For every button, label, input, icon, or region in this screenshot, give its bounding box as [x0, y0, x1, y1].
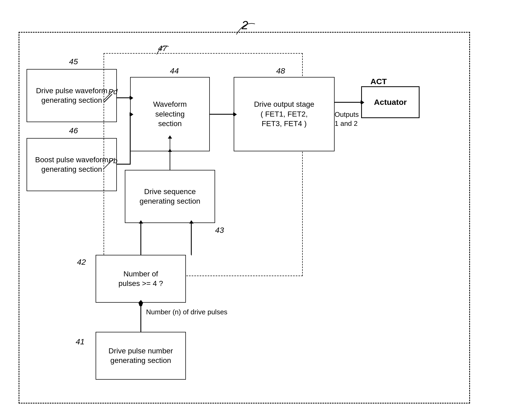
- actuator-label: Actuator: [374, 98, 407, 107]
- pb-slash: [100, 157, 116, 171]
- arrow-boost-v1: [130, 114, 131, 165]
- ref47-curve: [141, 41, 173, 57]
- number-of-pulses-box: Number of pulses >= 4 ?: [96, 255, 186, 303]
- ref-46: 46: [69, 126, 78, 135]
- arrow-drive-pulse-to-waveform: [117, 98, 131, 98]
- arrow-pulses-to-seq-right: [191, 223, 192, 255]
- arrow-boost-to-waveform: [130, 114, 131, 115]
- junction-dot: [139, 303, 142, 306]
- drive-sequence-box: Drive sequence generating section: [125, 170, 215, 223]
- arrow-pulses-to-seq-left: [141, 223, 141, 255]
- outputs-label: Outputs 1 and 2: [335, 110, 359, 128]
- drive-output-label: Drive output stage ( FET1, FET2, FET3, F…: [254, 100, 314, 128]
- drive-pulse-number-label: Drive pulse number generating section: [109, 346, 173, 366]
- ref-43: 43: [215, 226, 224, 235]
- diagram: 2 Drive pulse waveform generating sectio…: [11, 16, 510, 409]
- pd-slash: [100, 89, 116, 102]
- arrow-seq-to-waveform: [170, 138, 170, 170]
- arrow-output-to-actuator: [335, 102, 362, 103]
- svg-line-1: [103, 159, 114, 169]
- number-n-label: Number (n) of drive pulses: [146, 308, 227, 316]
- ref-44: 44: [170, 66, 179, 75]
- ref-42: 42: [77, 258, 86, 267]
- arrow-dpn-to-pulses: [141, 303, 141, 332]
- drive-pulse-number-box: Drive pulse number generating section: [96, 332, 186, 380]
- boost-pulse-waveform-label: Boost pulse waveform generating section: [35, 155, 108, 174]
- ref-45: 45: [69, 57, 78, 66]
- waveform-selecting-label: Waveform selecting section: [153, 100, 187, 128]
- svg-line-0: [103, 90, 114, 101]
- drive-pulse-waveform-label: Drive pulse waveform generating section: [36, 86, 107, 105]
- act-label: ACT: [370, 77, 387, 86]
- arrow-boost-h1: [117, 164, 130, 165]
- actuator-box: Actuator: [361, 86, 420, 118]
- ref-48: 48: [276, 66, 285, 75]
- arrow-waveform-to-output: [210, 114, 234, 115]
- drive-sequence-label: Drive sequence generating section: [140, 187, 200, 206]
- drive-output-box: Drive output stage ( FET1, FET2, FET3, F…: [234, 77, 335, 151]
- ref-41: 41: [76, 337, 84, 346]
- number-of-pulses-label: Number of pulses >= 4 ?: [118, 269, 163, 289]
